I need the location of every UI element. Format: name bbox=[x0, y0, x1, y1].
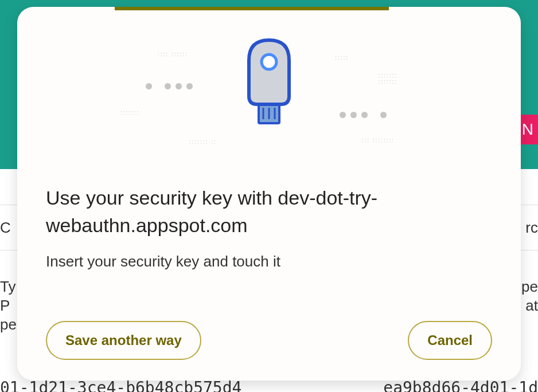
decorative-dots: ::::::: :: bbox=[189, 136, 217, 146]
decorative-dots bbox=[337, 110, 389, 120]
decorative-dots: :::::::::::::: bbox=[379, 72, 397, 86]
bg-p-label-right: at bbox=[525, 297, 538, 315]
bg-credentials-label: C bbox=[0, 219, 11, 237]
bg-credentials-label-right: rc bbox=[525, 219, 538, 237]
dialog-illustration: :::: :::::: ::::::: ::::::: :: ::::: :::… bbox=[17, 7, 521, 162]
security-key-dialog: :::: :::::: ::::::: ::::::: :: ::::: :::… bbox=[17, 7, 521, 381]
bg-type-label: Ty bbox=[0, 278, 15, 296]
cancel-button[interactable]: Cancel bbox=[408, 321, 492, 360]
bg-pe-label: pe bbox=[0, 316, 17, 334]
decorative-dots bbox=[143, 81, 195, 92]
decorative-dots: ::: :::::::: bbox=[362, 134, 395, 144]
save-another-way-button[interactable]: Save another way bbox=[46, 321, 201, 360]
bg-type-label-right: pe bbox=[521, 278, 538, 296]
decorative-dots: ::::: bbox=[335, 52, 349, 62]
dialog-actions: Save another way Cancel bbox=[46, 321, 492, 360]
dialog-title: Use your security key with dev-dot-try-w… bbox=[46, 185, 492, 239]
bg-p-label: P bbox=[0, 297, 10, 315]
dialog-subtitle: Insert your security key and touch it bbox=[46, 253, 492, 271]
security-key-icon bbox=[240, 34, 298, 134]
decorative-dots: :::: :::::: bbox=[158, 48, 188, 58]
decorative-dots: ::::::: bbox=[120, 107, 139, 117]
dialog-content: Use your security key with dev-dot-try-w… bbox=[17, 162, 521, 271]
svg-point-4 bbox=[262, 54, 276, 69]
